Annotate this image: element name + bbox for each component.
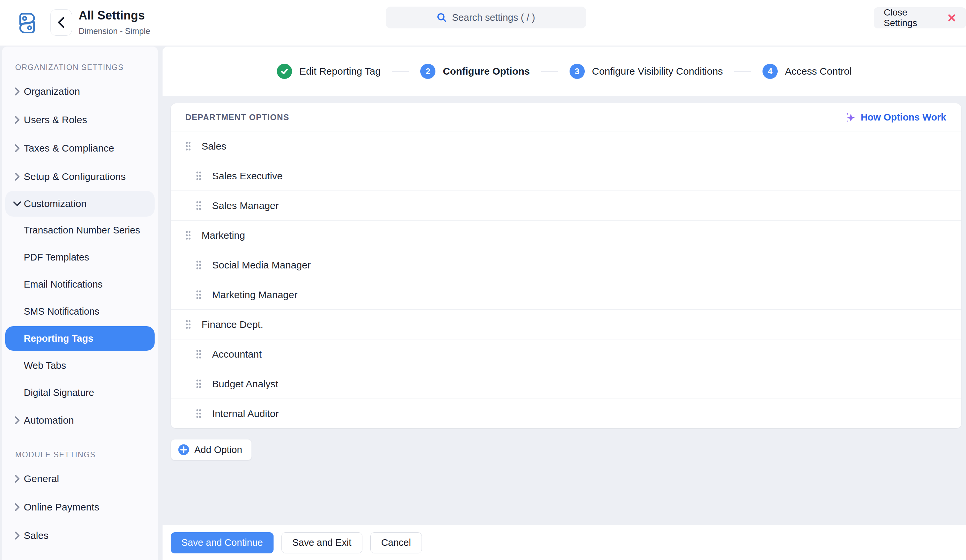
drag-handle-icon[interactable] — [196, 290, 202, 299]
plus-icon — [178, 444, 190, 456]
divider — [43, 13, 43, 32]
sidebar-section-header: MODULE SETTINGS — [15, 450, 158, 459]
step-check-icon — [277, 64, 292, 79]
sidebar-item-purchases[interactable]: Purchases — [2, 550, 158, 560]
option-row-budget-analyst[interactable]: Budget Analyst — [171, 369, 961, 398]
chevron-down-icon — [11, 201, 24, 207]
step-configure-options[interactable]: 2 Configure Options — [420, 64, 530, 79]
wizard-stepper: Edit Reporting Tag 2 Configure Options 3… — [163, 47, 966, 96]
sidebar-item-sms-notifications[interactable]: SMS Notifications — [2, 298, 158, 325]
drag-handle-icon[interactable] — [196, 171, 202, 180]
close-settings-button[interactable]: Close Settings — [874, 7, 966, 28]
search-input[interactable]: Search settings ( / ) — [386, 7, 586, 28]
chevron-right-icon — [11, 531, 24, 540]
drag-handle-icon[interactable] — [196, 201, 202, 210]
close-icon — [948, 13, 956, 22]
chevron-right-icon — [11, 416, 24, 425]
search-placeholder: Search settings ( / ) — [452, 12, 535, 23]
card-title: DEPARTMENT OPTIONS — [185, 113, 289, 122]
option-row-sales[interactable]: Sales — [171, 131, 961, 161]
sparkle-icon — [845, 111, 856, 123]
add-option-button[interactable]: Add Option — [171, 439, 252, 460]
sidebar-item-digital-signature[interactable]: Digital Signature — [2, 379, 158, 406]
step-edit-reporting-tag[interactable]: Edit Reporting Tag — [277, 64, 381, 79]
sidebar-item-taxes-compliance[interactable]: Taxes & Compliance — [2, 134, 158, 162]
sidebar-item-transaction-number-series[interactable]: Transaction Number Series — [2, 216, 158, 244]
option-row-social-media-manager[interactable]: Social Media Manager — [171, 250, 961, 280]
chevron-right-icon — [11, 87, 24, 96]
option-row-marketing[interactable]: Marketing — [171, 220, 961, 250]
drag-handle-icon[interactable] — [185, 142, 191, 151]
step-access-control[interactable]: 4 Access Control — [762, 64, 852, 79]
zoho-books-logo-icon — [15, 11, 39, 36]
option-row-internal-auditor[interactable]: Internal Auditor — [171, 398, 961, 428]
drag-handle-icon[interactable] — [185, 320, 191, 329]
page-subtitle: Dimension - Simple — [79, 26, 150, 36]
sidebar-item-customization[interactable]: Customization — [5, 191, 154, 216]
drag-handle-icon[interactable] — [196, 350, 202, 359]
sidebar-item-organization[interactable]: Organization — [2, 77, 158, 106]
chevron-right-icon — [11, 172, 24, 181]
step-separator — [541, 70, 558, 72]
save-and-continue-button[interactable]: Save and Continue — [171, 532, 274, 553]
sidebar-item-web-tabs[interactable]: Web Tabs — [2, 352, 158, 379]
sidebar-item-sales[interactable]: Sales — [2, 521, 158, 550]
chevron-right-icon — [11, 475, 24, 483]
step-content-area: DEPARTMENT OPTIONS How Options Work — [163, 96, 966, 525]
sidebar-item-reporting-tags[interactable]: Reporting Tags — [5, 326, 154, 350]
drag-handle-icon[interactable] — [196, 379, 202, 388]
sidebar-item-automation[interactable]: Automation — [2, 406, 158, 434]
chevron-right-icon — [11, 144, 24, 152]
cancel-button[interactable]: Cancel — [370, 532, 422, 553]
sidebar-section-header: ORGANIZATION SETTINGS — [15, 63, 158, 72]
drag-handle-icon[interactable] — [196, 409, 202, 418]
drag-handle-icon[interactable] — [196, 260, 202, 269]
step-number-badge: 2 — [420, 64, 435, 79]
sidebar-item-pdf-templates[interactable]: PDF Templates — [2, 244, 158, 271]
search-icon — [437, 13, 447, 23]
option-row-sales-executive[interactable]: Sales Executive — [171, 161, 961, 190]
option-row-sales-manager[interactable]: Sales Manager — [171, 190, 961, 220]
how-options-work-link[interactable]: How Options Work — [845, 111, 946, 123]
drag-handle-icon[interactable] — [185, 231, 191, 240]
back-button[interactable] — [50, 9, 72, 36]
option-row-finance-dept[interactable]: Finance Dept. — [171, 309, 961, 339]
step-number-badge: 3 — [570, 64, 585, 79]
save-and-exit-button[interactable]: Save and Exit — [281, 532, 362, 553]
step-separator — [734, 70, 751, 72]
page-title: All Settings — [79, 8, 150, 23]
option-row-accountant[interactable]: Accountant — [171, 339, 961, 369]
department-options-card: DEPARTMENT OPTIONS How Options Work — [171, 103, 961, 428]
settings-sidebar: ORGANIZATION SETTINGS Organization Users… — [2, 47, 158, 560]
step-number-badge: 4 — [762, 64, 778, 79]
action-footer: Save and Continue Save and Exit Cancel — [163, 525, 966, 560]
chevron-left-icon — [58, 17, 65, 28]
chevron-right-icon — [11, 116, 24, 124]
settings-screen: All Settings Dimension - Simple Search s… — [0, 0, 966, 560]
top-bar: All Settings Dimension - Simple Search s… — [0, 0, 966, 46]
step-configure-visibility-conditions[interactable]: 3 Configure Visibility Conditions — [570, 64, 723, 79]
sidebar-item-email-notifications[interactable]: Email Notifications — [2, 271, 158, 298]
chevron-right-icon — [11, 503, 24, 511]
sidebar-item-general[interactable]: General — [2, 465, 158, 493]
step-separator — [392, 70, 409, 72]
sidebar-item-online-payments[interactable]: Online Payments — [2, 493, 158, 521]
sidebar-item-users-roles[interactable]: Users & Roles — [2, 106, 158, 134]
sidebar-item-setup-configurations[interactable]: Setup & Configurations — [2, 162, 158, 191]
main-panel: Edit Reporting Tag 2 Configure Options 3… — [163, 47, 966, 560]
option-row-marketing-manager[interactable]: Marketing Manager — [171, 280, 961, 309]
